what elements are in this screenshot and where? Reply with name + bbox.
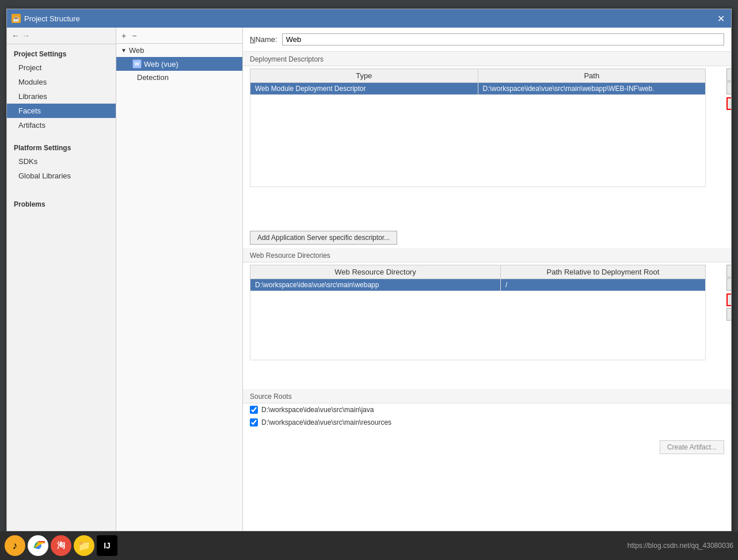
name-row: NName: [243,28,731,52]
taskbar-icons: ♪ 淘 📁 IJ [5,535,117,556]
wr-table-row[interactable]: D:\workspace\idea\vue\src\main\webapp / [250,279,706,291]
window-title: Project Structure [24,14,80,23]
help-wr-btn[interactable]: ? [726,308,731,321]
col-path: Path [478,69,706,83]
web-resource-table: Web Resource Directory Path Relative to … [250,265,706,360]
add-wr-btn[interactable]: + [726,265,731,277]
source-root-row-1: D:\workspace\idea\vue\src\main\java [243,403,731,416]
taskbar-url: https://blog.csdn.net/qq_43080036 [627,542,733,550]
deployment-table: Type Path Web Module Deployment Descript… [250,68,706,187]
taskbar-chrome-icon[interactable] [28,535,48,556]
table-row[interactable]: Web Module Deployment Descriptor D:\work… [250,83,706,95]
app-icon: ☕ [12,14,21,23]
source-root-path-2: D:\workspace\idea\vue\src\main\resources [261,418,391,426]
sidebar-item-libraries[interactable]: Libraries [7,89,116,104]
remove-deployment-btn[interactable]: − [726,82,731,94]
sidebar-item-sdks[interactable]: SDKs [7,154,116,169]
remove-wr-btn[interactable]: − [726,278,731,291]
add-btn-row: Add Application Server specific descript… [243,227,731,248]
web-icon: W [132,59,142,68]
center-tree-panel: + − ▼ Web W Web (vue) Detection [116,28,243,531]
taskbar-music-icon[interactable]: ♪ [5,535,25,556]
tree-item-detection[interactable]: Detection [116,71,242,84]
platform-settings-header: Platform Settings [7,138,116,154]
taskbar-files-icon[interactable]: 📁 [74,535,94,556]
sidebar-item-artifacts[interactable]: Artifacts [7,118,116,132]
web-resource-table-wrapper: Web Resource Directory Path Relative to … [250,265,724,360]
taskbar-idea-icon[interactable]: IJ [97,535,117,556]
tree-detection-label: Detection [137,73,169,82]
sidebar-item-project[interactable]: Project [7,60,116,75]
right-content-panel: NName: Deployment Descriptors Type [243,28,731,531]
tree-web-label: Web [129,46,144,55]
sidebar-item-global-libraries[interactable]: Global Libraries [7,169,116,183]
col-wr-path: Path Relative to Deployment Root [501,265,706,279]
row-type: Web Module Deployment Descriptor [250,83,478,95]
col-wr-dir: Web Resource Directory [250,265,501,279]
edit-wr-btn[interactable]: ✎ [726,294,731,306]
wr-side-buttons: + − ✎ ? [726,265,731,321]
sidebar-item-facets[interactable]: Facets [7,104,116,118]
sidebar-item-modules[interactable]: Modules [7,75,116,89]
taskbar-taobao-icon[interactable]: 淘 [51,535,71,556]
create-artifact-btn[interactable]: Create Artifact... [660,440,724,454]
left-nav-panel: ← → Project Settings Project Modules Lib… [7,28,116,531]
add-facet-button[interactable]: + [120,31,128,41]
forward-button[interactable]: → [22,31,30,40]
project-settings-header: Project Settings [7,44,116,60]
title-bar: ☕ Project Structure ✕ [7,9,731,28]
deployment-side-buttons: + − ✎ [726,68,731,110]
wr-dir: D:\workspace\idea\vue\src\main\webapp [250,279,501,291]
source-root-checkbox-2[interactable] [250,418,258,426]
name-input[interactable] [282,33,724,45]
edit-deployment-btn[interactable]: ✎ [726,97,731,110]
row-path: D:\workspace\idea\vue\src\main\webapp\WE… [478,83,706,95]
tree-item-web-parent[interactable]: ▼ Web [116,44,242,57]
tree-item-web-vue[interactable]: W Web (vue) [116,57,242,71]
wr-path: / [501,279,706,291]
expand-arrow: ▼ [121,47,127,54]
problems-header: Problems [7,195,116,211]
back-button[interactable]: ← [12,31,20,40]
center-toolbar: + − [116,28,242,44]
source-root-path-1: D:\workspace\idea\vue\src\main\java [261,406,374,414]
remove-facet-button[interactable]: − [130,31,138,41]
tree-web-vue-label: Web (vue) [144,60,178,68]
deployment-descriptors-header: Deployment Descriptors [243,52,731,66]
source-roots-header: Source Roots [243,389,731,403]
add-app-server-btn[interactable]: Add Application Server specific descript… [250,231,397,245]
close-button[interactable]: ✕ [715,13,726,24]
taskbar: ♪ 淘 📁 IJ https://blog.csdn.net/qq_430800… [0,531,738,560]
col-type: Type [250,69,478,83]
web-resource-header: Web Resource Directories [243,248,731,262]
source-roots-area: D:\workspace\idea\vue\src\main\java D:\w… [243,403,731,531]
name-label: NName: [250,35,277,44]
source-root-checkbox-1[interactable] [250,406,258,414]
add-deployment-btn[interactable]: + [726,68,731,81]
deployment-table-wrapper: Type Path Web Module Deployment Descript… [250,68,724,187]
source-root-row-2: D:\workspace\idea\vue\src\main\resources [243,416,731,429]
